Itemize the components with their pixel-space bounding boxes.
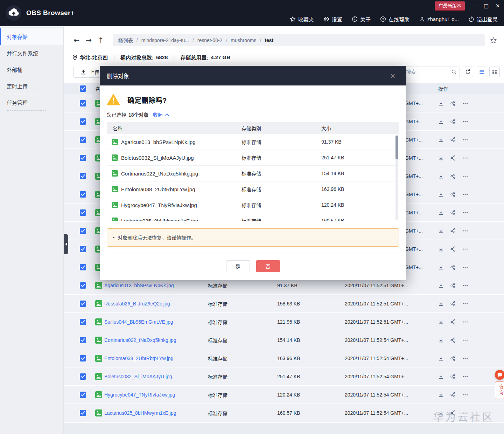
download-icon[interactable]	[438, 283, 444, 288]
update-available-badge[interactable]: 有最新版本	[435, 1, 465, 10]
row-checkbox[interactable]	[80, 137, 86, 143]
row-checkbox[interactable]	[80, 228, 86, 234]
breadcrumb-folder-2[interactable]: mushrooms	[231, 37, 256, 43]
table-row[interactable]: Hygrocybe047_TNyRfvIaJxw.jpg 标准存储 120.24…	[64, 386, 504, 404]
select-all-checkbox[interactable]	[80, 85, 86, 92]
download-icon[interactable]	[438, 246, 444, 252]
file-name-link[interactable]: Russula026_B-JruZ9eQ2c.jpg	[104, 301, 208, 306]
row-checkbox[interactable]	[80, 337, 86, 343]
more-actions-icon[interactable]	[462, 264, 468, 270]
download-icon[interactable]	[438, 119, 444, 124]
table-row[interactable]: Lactarius025_8bHMwyrm1xE.jpg 标准存储 160.57…	[64, 404, 504, 422]
sidebar-item[interactable]: 并行文件系统	[0, 45, 63, 61]
row-checkbox[interactable]	[80, 173, 86, 179]
up-level-button[interactable]: ↑	[98, 37, 104, 44]
collapse-list-link[interactable]: 收起	[153, 111, 169, 118]
favorite-path-button[interactable]	[490, 37, 497, 44]
row-checkbox[interactable]	[80, 392, 86, 398]
more-actions-icon[interactable]	[462, 155, 468, 161]
table-row[interactable]: Russula026_B-JruZ9eQ2c.jpg 标准存储 158.63 K…	[64, 295, 504, 313]
row-checkbox[interactable]	[80, 264, 86, 270]
menu-account[interactable]: zhanghui_o...	[419, 16, 459, 22]
table-row[interactable]: Boletus0032_Sl_iMoAAJyU.jpg 标准存储 251.47 …	[64, 367, 504, 386]
share-icon[interactable]	[450, 374, 456, 379]
search-input[interactable]	[403, 69, 451, 75]
row-checkbox[interactable]	[80, 355, 86, 361]
more-actions-icon[interactable]	[462, 246, 468, 252]
share-icon[interactable]	[450, 319, 456, 325]
minimize-button[interactable]: −	[472, 3, 477, 9]
share-icon[interactable]	[450, 337, 456, 343]
refresh-button[interactable]	[463, 67, 473, 77]
row-checkbox[interactable]	[80, 118, 86, 125]
more-actions-icon[interactable]	[462, 374, 468, 379]
row-checkbox[interactable]	[80, 319, 86, 325]
list-view-button[interactable]	[477, 67, 487, 77]
download-icon[interactable]	[438, 392, 444, 398]
sidebar-item[interactable]: 外部桶	[0, 61, 63, 78]
row-checkbox[interactable]	[80, 246, 86, 252]
file-name-link[interactable]: Cortinarius022_tNaDxq5khkg.jpg	[104, 337, 208, 343]
more-actions-icon[interactable]	[462, 173, 468, 179]
confirm-no-button[interactable]: 否	[256, 260, 280, 272]
download-icon[interactable]	[438, 356, 444, 361]
more-actions-icon[interactable]	[462, 192, 468, 197]
search-icon[interactable]	[451, 69, 457, 75]
file-name-link[interactable]: Entoloma038_2UbtRbtpLYw.jpg	[104, 356, 208, 361]
menu-settings[interactable]: 设置	[323, 15, 342, 23]
share-icon[interactable]	[450, 264, 456, 270]
consult-tab[interactable]: 咨询	[495, 381, 504, 399]
row-checkbox[interactable]	[80, 410, 86, 416]
download-icon[interactable]	[438, 228, 444, 234]
more-actions-icon[interactable]	[462, 356, 468, 361]
download-icon[interactable]	[438, 101, 444, 106]
share-icon[interactable]	[450, 101, 456, 106]
maximize-button[interactable]: □	[483, 3, 489, 9]
download-icon[interactable]	[438, 173, 444, 179]
share-icon[interactable]	[450, 137, 456, 143]
download-icon[interactable]	[438, 301, 444, 306]
back-button[interactable]: ←	[74, 37, 80, 44]
file-name-link[interactable]: Boletus0032_Sl_iMoAAJyU.jpg	[104, 374, 208, 379]
scrollbar-thumb[interactable]	[396, 136, 398, 159]
download-icon[interactable]	[438, 155, 444, 161]
table-row[interactable]: Suillus044_Bb96EmGmLVE.jpg 标准存储 121.95 K…	[64, 313, 504, 331]
more-actions-icon[interactable]	[462, 210, 468, 215]
more-actions-icon[interactable]	[462, 337, 468, 343]
share-icon[interactable]	[450, 246, 456, 252]
row-checkbox[interactable]	[80, 373, 86, 380]
download-icon[interactable]	[438, 410, 444, 416]
menu-about[interactable]: 关于	[352, 15, 371, 23]
download-icon[interactable]	[438, 264, 444, 270]
row-checkbox[interactable]	[80, 155, 86, 161]
menu-online-help[interactable]: ? 在线帮助	[380, 15, 410, 23]
more-actions-icon[interactable]	[462, 410, 468, 416]
more-actions-icon[interactable]	[462, 319, 468, 325]
close-window-button[interactable]: ✕	[495, 3, 500, 9]
breadcrumb-bucket[interactable]: mindspore-21day-tu...	[141, 37, 189, 43]
sidebar-item[interactable]: 任务管理	[0, 94, 63, 111]
table-row[interactable]: Entoloma038_2UbtRbtpLYw.jpg 标准存储 163.96 …	[64, 349, 504, 367]
share-icon[interactable]	[450, 301, 456, 306]
more-actions-icon[interactable]	[462, 101, 468, 106]
row-checkbox[interactable]	[80, 301, 86, 307]
sidebar-collapse-handle[interactable]	[64, 234, 68, 254]
download-icon[interactable]	[438, 210, 444, 215]
share-icon[interactable]	[450, 228, 456, 234]
share-icon[interactable]	[450, 155, 456, 161]
more-actions-icon[interactable]	[462, 392, 468, 398]
dialog-close-icon[interactable]: ×	[390, 72, 396, 80]
confirm-yes-button[interactable]: 是	[226, 260, 250, 272]
share-icon[interactable]	[450, 283, 456, 288]
sidebar-item[interactable]: 定时上传	[0, 78, 63, 94]
share-icon[interactable]	[450, 210, 456, 215]
download-icon[interactable]	[438, 137, 444, 143]
share-icon[interactable]	[450, 356, 456, 361]
share-icon[interactable]	[450, 410, 456, 416]
download-icon[interactable]	[438, 374, 444, 379]
download-icon[interactable]	[438, 337, 444, 343]
breadcrumb-folder-1[interactable]: resnet-50-2	[197, 37, 223, 43]
forward-button[interactable]: →	[86, 37, 92, 44]
breadcrumb-bucket-list[interactable]: 桶列表	[118, 37, 133, 44]
menu-logout[interactable]: 退出登录	[468, 15, 498, 23]
